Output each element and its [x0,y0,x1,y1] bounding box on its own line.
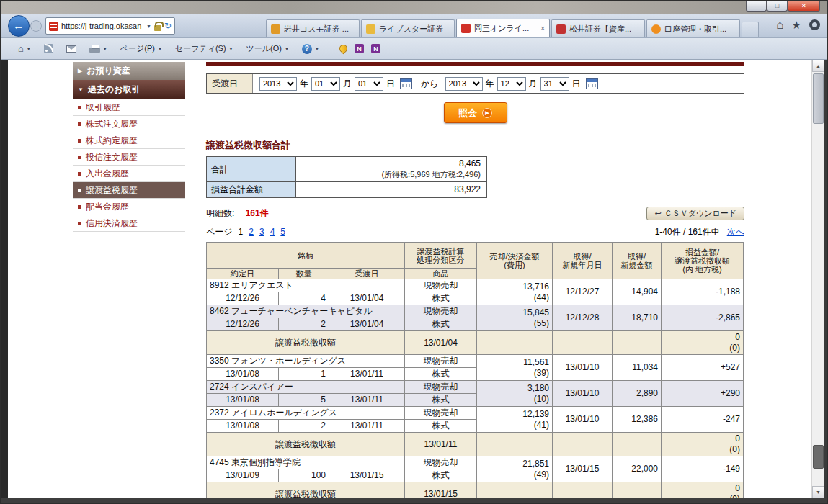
cell-exec-date: 13/01/08 [207,420,279,433]
tab-matsui[interactable]: 松井証券【資産... [551,19,645,37]
cell-category: 現物売却 [405,456,477,469]
cell-product: 株式 [405,394,477,407]
from-year-select[interactable]: 2013 [259,77,297,91]
page-number-current: 1 [239,227,244,237]
header-settle-date: 受渡日 [329,269,405,279]
calendar-icon-to[interactable] [586,78,598,89]
bullet-icon [78,172,81,176]
home-icon[interactable]: ⌂ [776,19,783,31]
cell-exec-date: 13/01/08 [207,394,279,407]
home-menu-button[interactable]: ⌂ ▼ [15,41,34,56]
cell-acquire-date: 13/01/10 [553,407,613,433]
minimize-button[interactable]: – [746,1,767,12]
onenote-linked-icon[interactable]: N [371,44,380,53]
summary-pl-label: 損益合計金額 [207,182,296,198]
forward-button[interactable]: → [30,20,42,32]
sidebar-item-stock-execution-history[interactable]: 株式約定履歴 [73,132,185,149]
tab-iwai-cosmo[interactable]: 岩井コスモ証券 ... [266,19,360,37]
sidebar-item-dividend-history[interactable]: 配当金履歴 [73,199,185,215]
bullet-icon [78,189,81,192]
scrollbar-track[interactable] [812,72,824,486]
sidebar-item-trade-history[interactable]: 取引履歴 [73,99,185,116]
calendar-icon-from[interactable] [400,78,412,89]
page-menu[interactable]: ページ(P) ▼ [117,41,165,56]
subtotal-row: 譲渡益税徴収額 13/01/04 0 (0) [207,331,744,355]
tab-okasan-online-active[interactable]: 岡三オンライ... × [456,19,550,37]
sidebar-item-deposit-withdrawal-history[interactable]: 入出金履歴 [73,166,185,182]
mail-button[interactable] [63,43,79,55]
bullet-icon [78,122,81,126]
sidebar-header-assets[interactable]: ▶ お預り資産 [73,62,185,80]
gear-icon[interactable] [809,19,820,30]
pin-icon[interactable] [338,43,350,55]
page-number-link-5[interactable]: 5 [280,227,285,237]
onenote-icon[interactable]: N [355,44,364,53]
record-count: 明細数: 161件 [206,207,269,220]
play-icon: ▶ [482,108,492,118]
to-month-select[interactable]: 12 [497,77,526,91]
cell-stock-name: 2724 インスパイアー [207,381,405,394]
url-text[interactable]: https://j-trading.okasan-onlin... [61,22,143,30]
scroll-up-button[interactable]: ▲ [812,60,824,72]
csv-download-button[interactable]: ↩ ＣＳＶダウンロード [646,207,744,220]
scroll-down-button[interactable]: ▼ [812,486,824,498]
from-day-select[interactable]: 01 [355,77,383,91]
chevron-down-icon: ▼ [78,86,84,93]
summary-row-total: 合計 8,465 (所得税:5,969 地方税:2,496) [207,157,487,182]
browser-window: – □ × ← → https://j-trading.okasan-onlin… [0,0,828,504]
summary-pl-value: 83,922 [296,182,487,198]
from-month-select[interactable]: 01 [311,77,340,91]
cell-category: 現物売却 [405,381,477,394]
sidebar-header-past-trades[interactable]: ▼ 過去のお取引 [73,80,185,99]
to-year-select[interactable]: 2013 [445,77,483,91]
cell-subtotal-amount: 0 (0) [662,482,744,499]
maximize-button[interactable]: □ [767,1,788,12]
address-bar[interactable]: https://j-trading.okasan-onlin... ▼ ↻ [45,17,175,35]
address-dropdown-icon[interactable]: ▼ [146,24,151,29]
cell-category: 現物売却 [405,407,477,420]
table-header-row: 銘柄 譲渡益税計算 処理分類区分 売却/決済金額 (費用) 取得/ 新規年月日 [207,243,744,269]
tab-close-icon[interactable]: × [540,24,545,32]
refresh-icon[interactable]: ↻ [164,22,172,30]
cell-exec-date: 12/12/26 [207,292,279,305]
window-controls: – □ × [746,1,820,12]
tools-menu[interactable]: ツール(O) ▼ [244,41,292,56]
tab-account-management[interactable]: 口座管理・取引... [646,19,740,37]
filter-controls: 2013 年 01 月 01 日 から 2013 年 [253,74,744,93]
cell-exec-date: 13/01/08 [207,368,279,381]
sidebar-item-stock-order-history[interactable]: 株式注文履歴 [73,116,185,132]
cell-empty [553,482,613,499]
sidebar-item-fund-order-history[interactable]: 投信注文履歴 [73,149,185,166]
cell-acquire-date: 12/12/27 [553,279,613,305]
close-button[interactable]: × [788,1,820,12]
rss-button[interactable] [41,42,56,55]
favorites-star-icon[interactable]: ★ [792,19,801,30]
tab-livestar[interactable]: ライブスター証券 [361,19,455,37]
summary-total-label: 合計 [207,157,296,182]
print-menu-button[interactable]: ▼ [86,42,110,55]
sidebar-item-capital-gains-tax-history[interactable]: 譲渡益税履歴 [73,182,185,199]
safety-menu[interactable]: セーフティ(S) ▼ [172,41,236,56]
search-button[interactable]: 照会 ▶ [444,102,507,123]
cell-settle-date: 13/01/04 [329,318,405,331]
help-menu-button[interactable]: ? ▼ [299,42,322,56]
scroll-thumb[interactable] [813,73,824,124]
cell-quantity: 2 [279,420,329,433]
header-profit-loss: 損益金額/ 譲渡益税徴収額 (内 地方税) [662,243,744,279]
tab-favicon [651,24,661,34]
cell-empty [553,433,613,456]
new-tab-button[interactable] [742,22,759,37]
cell-empty [613,482,662,499]
cell-category: 現物売却 [405,279,477,292]
page-number-link-3[interactable]: 3 [259,227,264,237]
next-page-link[interactable]: 次へ [727,226,744,238]
to-day-select[interactable]: 31 [540,77,569,91]
page-number-link-2[interactable]: 2 [249,227,254,237]
vertical-scrollbar[interactable]: ▲ ▼ [811,60,824,498]
sidebar-item-margin-settlement-history[interactable]: 信用決済履歴 [73,215,185,232]
page-number-link-4[interactable]: 4 [270,227,275,237]
trade-row-main: 2724 インスパイアー 現物売却 3,180 (10) 13/01/10 2,… [207,381,744,394]
header-acquire-amount: 取得/ 新規金額 [613,243,662,279]
back-button[interactable]: ← [8,15,30,37]
scroll-marker[interactable] [813,445,824,469]
